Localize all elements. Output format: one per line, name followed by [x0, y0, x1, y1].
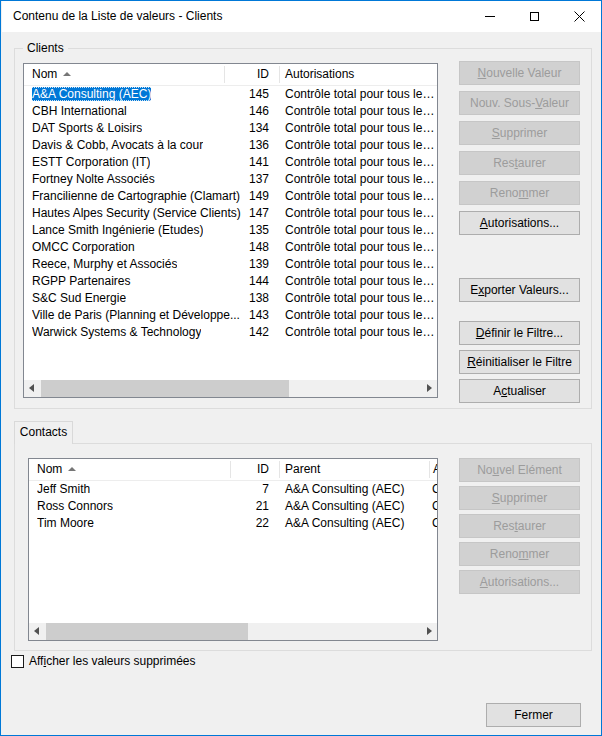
action-button[interactable]: Autorisations...	[459, 211, 580, 235]
tab-contacts[interactable]: Contacts	[14, 421, 73, 444]
action-button: Restaurer	[459, 151, 580, 175]
table-row[interactable]: OMCC Corporation 148 Contrôle total pour…	[24, 239, 437, 256]
cell-id: 139	[229, 256, 269, 273]
table-row[interactable]: Francilienne de Cartographie (Clamart) 1…	[24, 188, 437, 205]
horizontal-scrollbar[interactable]	[24, 380, 437, 397]
cell-id: 137	[229, 171, 269, 188]
cell-autorisations: Co	[432, 481, 438, 498]
action-button[interactable]: Réinitialiser le Filtre	[459, 350, 580, 374]
cell-autorisations: Contrôle total pour tous les utili...	[285, 273, 437, 290]
horizontal-scrollbar[interactable]	[29, 623, 437, 640]
contacts-button-stack: Nouvel ElémentSupprimerRestaurerRenommer…	[459, 458, 580, 598]
table-row[interactable]: Ross Connors 21 A&A Consulting (AEC) Co	[29, 498, 437, 515]
table-row[interactable]: Tim Moore 22 A&A Consulting (AEC) Co	[29, 515, 437, 532]
scroll-left-icon[interactable]	[29, 623, 46, 640]
table-row[interactable]: Reece, Murphy et Associés 139 Contrôle t…	[24, 256, 437, 273]
scroll-left-icon[interactable]	[24, 380, 41, 397]
cell-autorisations: Contrôle total pour tous les utili...	[285, 171, 437, 188]
header-divider[interactable]	[224, 66, 225, 83]
cell-autorisations: Contrôle total pour tous les utili...	[285, 120, 437, 137]
cell-autorisations: Contrôle total pour tous les utili...	[285, 290, 437, 307]
window-title: Contenu de la Liste de valeurs - Clients	[13, 9, 222, 23]
table-row[interactable]: DAT Sports & Loisirs 134 Contrôle total …	[24, 120, 437, 137]
cell-parent: A&A Consulting (AEC)	[285, 481, 404, 498]
cell-autorisations: Contrôle total pour tous les utili...	[285, 103, 437, 120]
clients-group-label: Clients	[23, 41, 68, 55]
maximize-button[interactable]	[512, 1, 557, 32]
cell-nom: CBH International	[32, 103, 127, 120]
minimize-icon	[485, 16, 495, 17]
cell-autorisations: Contrôle total pour tous les utili...	[285, 86, 437, 103]
cell-nom: Francilienne de Cartographie (Clamart)	[32, 188, 240, 205]
column-header-id[interactable]: ID	[229, 462, 269, 476]
cell-autorisations: Contrôle total pour tous les utili...	[285, 239, 437, 256]
cell-nom: Tim Moore	[37, 515, 94, 532]
table-row[interactable]: ESTT Corporation (IT) 141 Contrôle total…	[24, 154, 437, 171]
column-header-autorisations[interactable]: Autorisations	[285, 67, 354, 81]
column-header-id[interactable]: ID	[229, 67, 269, 81]
caption-buttons	[467, 1, 602, 32]
minimize-button[interactable]	[467, 1, 512, 32]
table-row[interactable]: Jeff Smith 7 A&A Consulting (AEC) Co	[29, 481, 437, 498]
cell-nom: Hautes Alpes Security (Service Clients)	[32, 205, 241, 222]
scroll-right-icon[interactable]	[420, 380, 437, 397]
maximize-icon	[530, 12, 539, 21]
table-row[interactable]: Lance Smith Ingénierie (Etudes) 135 Cont…	[24, 222, 437, 239]
cell-autorisations: Contrôle total pour tous les utili...	[285, 307, 437, 324]
cell-id: 141	[229, 154, 269, 171]
table-row[interactable]: S&C Sud Energie 138 Contrôle total pour …	[24, 290, 437, 307]
cell-nom: Lance Smith Ingénierie (Etudes)	[32, 222, 203, 239]
contacts-table-header: Nom ID Parent Au	[29, 459, 437, 481]
action-button: Nouv. Sous-Valeur	[459, 91, 580, 115]
header-divider[interactable]	[429, 461, 430, 478]
cell-nom: Ross Connors	[37, 498, 113, 515]
cell-autorisations: Co	[432, 515, 438, 532]
action-button[interactable]: Définir le Filtre...	[459, 321, 580, 345]
action-button: Supprimer	[459, 486, 580, 510]
table-row[interactable]: Fortney Nolte Associés 137 Contrôle tota…	[24, 171, 437, 188]
cell-autorisations: Contrôle total pour tous les utili...	[285, 137, 437, 154]
cell-nom: Davis & Cobb, Avocats à la cour	[32, 137, 203, 154]
header-divider[interactable]	[279, 461, 280, 478]
cell-id: 145	[229, 86, 269, 103]
column-header-nom[interactable]: Nom	[32, 67, 57, 81]
table-row[interactable]: Davis & Cobb, Avocats à la cour 136 Cont…	[24, 137, 437, 154]
table-row[interactable]: A&A Consulting (AEC) 145 Contrôle total …	[24, 86, 437, 103]
titlebar: Contenu de la Liste de valeurs - Clients	[2, 1, 602, 32]
table-row[interactable]: Warwick Systems & Technology 142 Contrôl…	[24, 324, 437, 341]
cell-autorisations: Contrôle total pour tous les utili...	[285, 154, 437, 171]
close-button[interactable]	[557, 1, 602, 32]
cell-parent: A&A Consulting (AEC)	[285, 515, 404, 532]
cell-id: 7	[229, 481, 269, 498]
cell-autorisations: Contrôle total pour tous les utili...	[285, 222, 437, 239]
table-row[interactable]: CBH International 146 Contrôle total pou…	[24, 103, 437, 120]
scrollbar-thumb[interactable]	[41, 380, 289, 397]
scroll-right-icon[interactable]	[420, 623, 437, 640]
table-row[interactable]: Ville de Paris (Planning et Développe...…	[24, 307, 437, 324]
cell-nom: DAT Sports & Loisirs	[32, 120, 142, 137]
cell-id: 147	[229, 205, 269, 222]
cell-id: 138	[229, 290, 269, 307]
cell-autorisations: Contrôle total pour tous les utili...	[285, 205, 437, 222]
column-header-nom[interactable]: Nom	[37, 462, 62, 476]
scrollbar-thumb[interactable]	[46, 623, 248, 640]
cell-id: 143	[229, 307, 269, 324]
contacts-table-body: Jeff Smith 7 A&A Consulting (AEC) Co Ros…	[29, 481, 437, 532]
table-row[interactable]: Hautes Alpes Security (Service Clients) …	[24, 205, 437, 222]
action-button[interactable]: Exporter Valeurs...	[459, 278, 580, 302]
action-button[interactable]: Actualiser	[459, 379, 580, 403]
cell-parent: A&A Consulting (AEC)	[285, 498, 404, 515]
cell-id: 134	[229, 120, 269, 137]
action-button: Renommer	[459, 542, 580, 566]
clients-button-stack-primary: Nouvelle ValeurNouv. Sous-ValeurSupprime…	[459, 61, 580, 241]
cell-autorisations: Contrôle total pour tous les utili...	[285, 256, 437, 273]
cell-nom: Ville de Paris (Planning et Développe...	[32, 307, 240, 324]
fermer-button[interactable]: Fermer	[486, 703, 581, 727]
cell-id: 135	[229, 222, 269, 239]
cell-id: 136	[229, 137, 269, 154]
header-divider[interactable]	[279, 66, 280, 83]
table-row[interactable]: RGPP Partenaires 144 Contrôle total pour…	[24, 273, 437, 290]
column-header-parent[interactable]: Parent	[285, 462, 320, 476]
column-header-autorisations[interactable]: Au	[433, 462, 438, 476]
show-deleted-values-checkbox[interactable]	[11, 655, 24, 668]
